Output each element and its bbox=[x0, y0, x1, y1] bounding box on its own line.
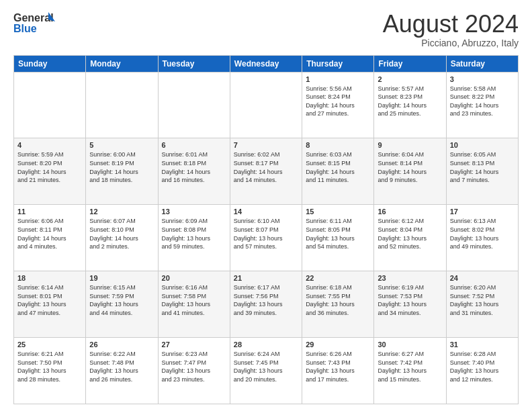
day-number: 18 bbox=[17, 274, 82, 282]
table-row: 28Sunrise: 6:24 AMSunset: 7:45 PMDayligh… bbox=[230, 338, 302, 404]
table-row: 17Sunrise: 6:13 AMSunset: 8:02 PMDayligh… bbox=[446, 205, 518, 271]
day-info: Sunrise: 6:18 AMSunset: 7:55 PMDaylight:… bbox=[306, 283, 370, 317]
calendar-row-4: 18Sunrise: 6:14 AMSunset: 8:01 PMDayligh… bbox=[14, 271, 519, 338]
table-row: 26Sunrise: 6:22 AMSunset: 7:48 PMDayligh… bbox=[86, 338, 158, 404]
day-number: 24 bbox=[450, 274, 515, 282]
day-info: Sunrise: 5:59 AMSunset: 8:20 PMDaylight:… bbox=[17, 150, 82, 184]
day-number: 28 bbox=[234, 340, 298, 349]
logo: GeneralBlue bbox=[13, 11, 60, 35]
day-info: Sunrise: 6:09 AMSunset: 8:08 PMDaylight:… bbox=[162, 217, 226, 250]
day-info: Sunrise: 6:20 AMSunset: 7:52 PMDaylight:… bbox=[450, 283, 515, 317]
day-number: 29 bbox=[306, 340, 370, 349]
day-info: Sunrise: 6:17 AMSunset: 7:56 PMDaylight:… bbox=[234, 283, 298, 317]
day-number: 20 bbox=[162, 274, 226, 282]
day-number: 4 bbox=[17, 141, 82, 149]
table-row: 4Sunrise: 5:59 AMSunset: 8:20 PMDaylight… bbox=[14, 138, 86, 205]
table-row: 13Sunrise: 6:09 AMSunset: 8:08 PMDayligh… bbox=[158, 205, 230, 271]
table-row: 22Sunrise: 6:18 AMSunset: 7:55 PMDayligh… bbox=[302, 271, 374, 338]
logo-svg: GeneralBlue bbox=[13, 11, 60, 35]
day-number: 19 bbox=[89, 274, 154, 282]
header-sunday: Sunday bbox=[14, 55, 86, 72]
calendar-table: Sunday Monday Tuesday Wednesday Thursday… bbox=[13, 55, 519, 404]
day-info: Sunrise: 6:04 AMSunset: 8:14 PMDaylight:… bbox=[378, 150, 442, 184]
day-info: Sunrise: 6:26 AMSunset: 7:43 PMDaylight:… bbox=[306, 350, 370, 383]
day-number: 14 bbox=[234, 208, 298, 216]
day-info: Sunrise: 6:11 AMSunset: 8:05 PMDaylight:… bbox=[306, 217, 370, 250]
day-info: Sunrise: 6:10 AMSunset: 8:07 PMDaylight:… bbox=[234, 217, 298, 250]
day-info: Sunrise: 6:27 AMSunset: 7:42 PMDaylight:… bbox=[378, 350, 442, 383]
table-row: 1Sunrise: 5:56 AMSunset: 8:24 PMDaylight… bbox=[302, 72, 374, 138]
table-row: 21Sunrise: 6:17 AMSunset: 7:56 PMDayligh… bbox=[230, 271, 302, 338]
table-row: 29Sunrise: 6:26 AMSunset: 7:43 PMDayligh… bbox=[302, 338, 374, 404]
header-thursday: Thursday bbox=[302, 55, 374, 72]
day-info: Sunrise: 6:07 AMSunset: 8:10 PMDaylight:… bbox=[89, 217, 154, 250]
day-number: 17 bbox=[450, 208, 515, 216]
month-title: August 2024 bbox=[383, 11, 519, 38]
table-row: 11Sunrise: 6:06 AMSunset: 8:11 PMDayligh… bbox=[14, 205, 86, 271]
calendar-row-1: 1Sunrise: 5:56 AMSunset: 8:24 PMDaylight… bbox=[14, 72, 519, 138]
day-info: Sunrise: 6:13 AMSunset: 8:02 PMDaylight:… bbox=[450, 217, 515, 250]
svg-text:Blue: Blue bbox=[13, 23, 37, 34]
day-number: 6 bbox=[162, 141, 226, 149]
day-info: Sunrise: 6:01 AMSunset: 8:18 PMDaylight:… bbox=[162, 150, 226, 184]
table-row: 14Sunrise: 6:10 AMSunset: 8:07 PMDayligh… bbox=[230, 205, 302, 271]
table-row bbox=[230, 72, 302, 138]
day-number: 7 bbox=[234, 141, 298, 149]
table-row: 3Sunrise: 5:58 AMSunset: 8:22 PMDaylight… bbox=[446, 72, 518, 138]
day-number: 10 bbox=[450, 141, 515, 149]
day-info: Sunrise: 5:58 AMSunset: 8:22 PMDaylight:… bbox=[450, 85, 515, 118]
table-row: 24Sunrise: 6:20 AMSunset: 7:52 PMDayligh… bbox=[446, 271, 518, 338]
day-info: Sunrise: 6:28 AMSunset: 7:40 PMDaylight:… bbox=[450, 350, 515, 383]
table-row: 10Sunrise: 6:05 AMSunset: 8:13 PMDayligh… bbox=[446, 138, 518, 205]
day-info: Sunrise: 6:06 AMSunset: 8:11 PMDaylight:… bbox=[17, 217, 82, 250]
day-info: Sunrise: 5:56 AMSunset: 8:24 PMDaylight:… bbox=[306, 85, 370, 118]
day-number: 30 bbox=[378, 340, 442, 349]
day-info: Sunrise: 6:05 AMSunset: 8:13 PMDaylight:… bbox=[450, 150, 515, 184]
table-row: 15Sunrise: 6:11 AMSunset: 8:05 PMDayligh… bbox=[302, 205, 374, 271]
day-info: Sunrise: 6:16 AMSunset: 7:58 PMDaylight:… bbox=[162, 283, 226, 317]
table-row: 7Sunrise: 6:02 AMSunset: 8:17 PMDaylight… bbox=[230, 138, 302, 205]
table-row: 8Sunrise: 6:03 AMSunset: 8:15 PMDaylight… bbox=[302, 138, 374, 205]
day-info: Sunrise: 5:57 AMSunset: 8:23 PMDaylight:… bbox=[378, 85, 442, 118]
header-saturday: Saturday bbox=[446, 55, 518, 72]
day-number: 31 bbox=[450, 340, 515, 349]
day-number: 2 bbox=[378, 75, 442, 83]
day-number: 11 bbox=[17, 208, 82, 216]
calendar-row-3: 11Sunrise: 6:06 AMSunset: 8:11 PMDayligh… bbox=[14, 205, 519, 271]
day-number: 26 bbox=[89, 340, 154, 349]
title-block: August 2024 Picciano, Abruzzo, Italy bbox=[383, 11, 519, 48]
day-number: 13 bbox=[162, 208, 226, 216]
table-row: 30Sunrise: 6:27 AMSunset: 7:42 PMDayligh… bbox=[374, 338, 446, 404]
table-row: 27Sunrise: 6:23 AMSunset: 7:47 PMDayligh… bbox=[158, 338, 230, 404]
day-info: Sunrise: 6:24 AMSunset: 7:45 PMDaylight:… bbox=[234, 350, 298, 383]
table-row: 19Sunrise: 6:15 AMSunset: 7:59 PMDayligh… bbox=[86, 271, 158, 338]
header-tuesday: Tuesday bbox=[158, 55, 230, 72]
table-row: 2Sunrise: 5:57 AMSunset: 8:23 PMDaylight… bbox=[374, 72, 446, 138]
day-number: 9 bbox=[378, 141, 442, 149]
table-row: 18Sunrise: 6:14 AMSunset: 8:01 PMDayligh… bbox=[14, 271, 86, 338]
table-row: 6Sunrise: 6:01 AMSunset: 8:18 PMDaylight… bbox=[158, 138, 230, 205]
table-row: 25Sunrise: 6:21 AMSunset: 7:50 PMDayligh… bbox=[14, 338, 86, 404]
location: Picciano, Abruzzo, Italy bbox=[383, 38, 519, 48]
table-row: 12Sunrise: 6:07 AMSunset: 8:10 PMDayligh… bbox=[86, 205, 158, 271]
day-info: Sunrise: 6:03 AMSunset: 8:15 PMDaylight:… bbox=[306, 150, 370, 184]
day-info: Sunrise: 6:02 AMSunset: 8:17 PMDaylight:… bbox=[234, 150, 298, 184]
day-info: Sunrise: 6:00 AMSunset: 8:19 PMDaylight:… bbox=[89, 150, 154, 184]
header: GeneralBlue August 2024 Picciano, Abruzz… bbox=[13, 11, 519, 48]
day-number: 1 bbox=[306, 75, 370, 83]
page: GeneralBlue August 2024 Picciano, Abruzz… bbox=[0, 0, 532, 411]
calendar-row-5: 25Sunrise: 6:21 AMSunset: 7:50 PMDayligh… bbox=[14, 338, 519, 404]
header-wednesday: Wednesday bbox=[230, 55, 302, 72]
day-number: 21 bbox=[234, 274, 298, 282]
day-number: 8 bbox=[306, 141, 370, 149]
day-number: 3 bbox=[450, 75, 515, 83]
table-row bbox=[158, 72, 230, 138]
day-number: 16 bbox=[378, 208, 442, 216]
weekday-header-row: Sunday Monday Tuesday Wednesday Thursday… bbox=[14, 55, 519, 72]
table-row: 16Sunrise: 6:12 AMSunset: 8:04 PMDayligh… bbox=[374, 205, 446, 271]
day-number: 15 bbox=[306, 208, 370, 216]
day-number: 5 bbox=[89, 141, 154, 149]
table-row: 9Sunrise: 6:04 AMSunset: 8:14 PMDaylight… bbox=[374, 138, 446, 205]
day-info: Sunrise: 6:14 AMSunset: 8:01 PMDaylight:… bbox=[17, 283, 82, 317]
day-number: 22 bbox=[306, 274, 370, 282]
